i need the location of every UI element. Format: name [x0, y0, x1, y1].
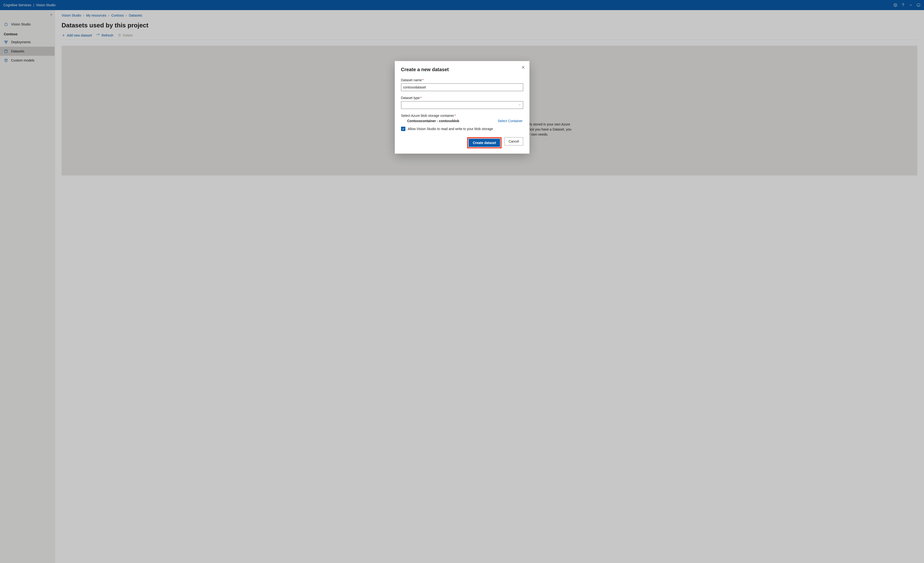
- container-name: Contosocontainer - contosoblob: [407, 119, 459, 123]
- cancel-button[interactable]: Cancel: [504, 137, 523, 145]
- chevron-down-icon: [518, 103, 521, 107]
- create-dataset-modal: Create a new dataset Dataset name* Datas…: [395, 61, 530, 154]
- highlight-annotation: Create dataset: [467, 137, 501, 148]
- close-icon[interactable]: [521, 65, 525, 70]
- create-dataset-button[interactable]: Create dataset: [469, 139, 500, 147]
- dataset-type-select[interactable]: [401, 101, 523, 109]
- modal-backdrop: Create a new dataset Dataset name* Datas…: [0, 0, 924, 563]
- dataset-name-input[interactable]: [401, 84, 523, 91]
- container-label: Select Azure blob storage container*: [401, 114, 523, 118]
- dataset-name-label: Dataset name*: [401, 78, 523, 82]
- allow-read-write-checkbox[interactable]: [401, 127, 405, 131]
- select-container-link[interactable]: Select Container: [498, 119, 523, 123]
- allow-read-write-label: Allow Vision Studio to read and write to…: [408, 127, 493, 131]
- modal-title: Create a new dataset: [401, 67, 523, 72]
- dataset-type-label: Dataset type*: [401, 96, 523, 100]
